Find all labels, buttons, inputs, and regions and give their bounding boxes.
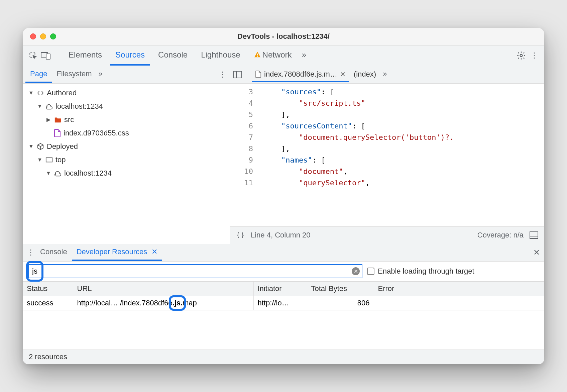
tree-authored[interactable]: ▼ Authored: [27, 86, 230, 100]
left-tabs-overflow[interactable]: »: [97, 66, 105, 83]
file-tabs-overflow[interactable]: »: [381, 67, 389, 82]
tree-label: Authored: [47, 89, 77, 97]
tree-label: src: [64, 115, 74, 124]
inspect-element-icon[interactable]: [28, 51, 38, 61]
cursor-position: Line 4, Column 20: [251, 231, 311, 239]
drawer-tab-developer-resources[interactable]: Developer Resources ✕: [72, 244, 162, 261]
tree-folder-src[interactable]: ▶ src: [44, 113, 230, 126]
tab-sources[interactable]: Sources: [110, 45, 150, 66]
file-tab-active[interactable]: index.7808df6e.js.m… ✕: [252, 67, 349, 82]
col-status[interactable]: Status: [23, 282, 73, 296]
settings-icon[interactable]: [516, 51, 526, 61]
filter-input[interactable]: [28, 264, 362, 278]
svg-rect-4: [257, 56, 258, 57]
cell-error: [374, 296, 544, 310]
drawer-tab-console[interactable]: Console: [35, 244, 72, 261]
sources-right-pane: index.7808df6e.js.m… ✕ (index) » 3456789…: [230, 66, 544, 244]
cell-bytes: 806: [307, 296, 374, 310]
file-icon: [255, 71, 261, 78]
toggle-navigator-icon[interactable]: [233, 70, 243, 80]
tree-deployed[interactable]: ▼ Deployed: [27, 140, 230, 153]
svg-rect-2: [46, 54, 50, 59]
svg-rect-9: [530, 232, 538, 238]
tree-label: index.d9703d55.css: [64, 129, 129, 137]
svg-point-5: [520, 55, 523, 57]
col-url[interactable]: URL: [73, 282, 253, 296]
pretty-print-icon[interactable]: [235, 230, 245, 240]
svg-rect-6: [46, 158, 52, 162]
titlebar: DevTools - localhost:1234/: [23, 28, 544, 45]
cell-url: http://local… /index.7808df6e.js.map: [73, 296, 253, 310]
left-tab-filesystem[interactable]: Filesystem: [52, 66, 96, 83]
file-tree: ▼ Authored ▼ localhost:1234 ▶ src: [23, 84, 230, 244]
svg-rect-7: [234, 71, 242, 78]
left-tab-page[interactable]: Page: [25, 66, 52, 83]
window-title: DevTools - localhost:1234/: [23, 32, 544, 41]
close-drawer-icon[interactable]: ✕: [532, 248, 542, 258]
more-menu-icon[interactable]: ⋮: [529, 51, 539, 61]
tree-top[interactable]: ▼ top: [35, 153, 230, 167]
tab-elements[interactable]: Elements: [63, 45, 107, 66]
file-tab-label: (index): [354, 70, 376, 79]
enable-loading-checkbox[interactable]: Enable loading through target: [367, 267, 474, 276]
tree-label: localhost:1234: [55, 102, 103, 111]
cell-initiator: http://lo…: [253, 296, 307, 310]
toggle-sidebar-icon[interactable]: [529, 230, 539, 240]
drawer-more-icon[interactable]: ⋮: [25, 248, 35, 258]
col-initiator[interactable]: Initiator: [253, 282, 307, 296]
svg-rect-3: [257, 54, 258, 56]
file-tab-label: index.7808df6e.js.m…: [264, 70, 337, 79]
sources-left-pane: Page Filesystem » ⋮ ▼ Authored ▼ localho…: [23, 66, 230, 244]
drawer-footer: 2 resources: [23, 350, 544, 364]
tree-label: localhost:1234: [64, 169, 112, 178]
tree-label: top: [55, 156, 66, 164]
resources-table: Status URL Initiator Total Bytes Error s…: [23, 282, 544, 350]
tab-console[interactable]: Console: [153, 45, 193, 66]
drawer: ⋮ Console Developer Resources ✕ ✕ ✕ Enab…: [23, 244, 544, 364]
code-view[interactable]: "sources": [ "src/script.ts" ], "sources…: [258, 84, 544, 226]
checkbox-label: Enable loading through target: [378, 267, 474, 276]
tree-label: Deployed: [47, 142, 78, 151]
file-tab-index[interactable]: (index): [350, 67, 379, 82]
cell-status: success: [23, 296, 73, 310]
devtools-window: DevTools - localhost:1234/ Elements Sour…: [23, 28, 544, 364]
tab-lighthouse[interactable]: Lighthouse: [196, 45, 245, 66]
table-row[interactable]: success http://local… /index.7808df6e.js…: [23, 296, 544, 310]
col-total-bytes[interactable]: Total Bytes: [307, 282, 374, 296]
left-more-icon[interactable]: ⋮: [217, 70, 227, 80]
line-gutter: 34567891011: [230, 84, 258, 226]
clear-filter-icon[interactable]: ✕: [352, 267, 360, 275]
tabs-overflow[interactable]: »: [300, 47, 308, 64]
tree-file-css[interactable]: index.d9703d55.css: [44, 126, 230, 140]
tree-host-deployed[interactable]: ▼ localhost:1234: [44, 167, 230, 180]
close-tab-icon[interactable]: ✕: [340, 70, 346, 78]
close-tab-icon[interactable]: ✕: [151, 248, 157, 256]
col-error[interactable]: Error: [374, 282, 544, 296]
tree-host-authored[interactable]: ▼ localhost:1234: [35, 100, 230, 113]
device-toolbar-icon[interactable]: [41, 51, 51, 61]
main-toolbar: Elements Sources Console Lighthouse Netw…: [23, 45, 544, 66]
tab-network[interactable]: Network: [248, 45, 297, 66]
coverage-status: Coverage: n/a: [477, 231, 524, 239]
